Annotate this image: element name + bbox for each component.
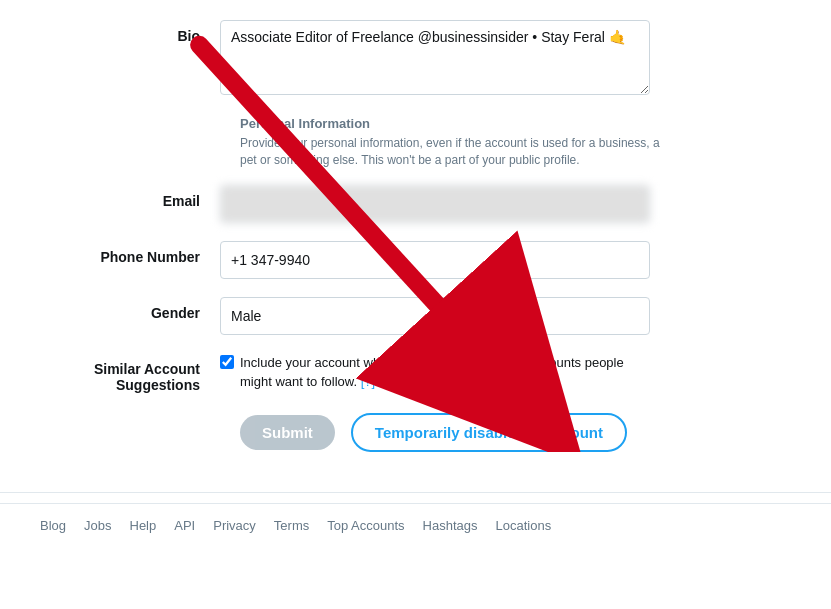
bio-label: Bio	[60, 20, 220, 44]
buttons-row: Submit Temporarily disable my account	[60, 413, 771, 452]
footer-divider	[0, 492, 831, 493]
gender-row: Gender Male	[60, 297, 771, 335]
suggestions-text: Include your account when recommending s…	[240, 353, 650, 392]
footer-link-hashtags[interactable]: Hashtags	[423, 518, 478, 533]
footer-link-locations[interactable]: Locations	[495, 518, 551, 533]
suggestions-row: Similar Account Suggestions Include your…	[60, 353, 771, 393]
footer-link-api[interactable]: API	[174, 518, 195, 533]
phone-control-wrap: +1 347-9940	[220, 241, 771, 279]
phone-label: Phone Number	[60, 241, 220, 265]
bio-control-wrap: Associate Editor of Freelance @businessi…	[220, 20, 771, 98]
suggestions-checkbox-area: Include your account when recommending s…	[220, 353, 650, 392]
phone-input[interactable]: +1 347-9940	[220, 241, 650, 279]
email-label: Email	[60, 185, 220, 209]
suggestions-help-link[interactable]: [?]	[361, 374, 375, 389]
footer-link-jobs[interactable]: Jobs	[84, 518, 111, 533]
footer-link-top-accounts[interactable]: Top Accounts	[327, 518, 404, 533]
footer-link-privacy[interactable]: Privacy	[213, 518, 256, 533]
phone-row: Phone Number +1 347-9940	[60, 241, 771, 279]
footer-link-blog[interactable]: Blog	[40, 518, 66, 533]
personal-info-section: Personal Information Provide your person…	[60, 116, 771, 169]
suggestions-control-wrap: Include your account when recommending s…	[220, 353, 771, 392]
email-row: Email	[60, 185, 771, 223]
personal-info-title: Personal Information	[240, 116, 771, 131]
submit-button[interactable]: Submit	[240, 415, 335, 450]
gender-control-wrap: Male	[220, 297, 771, 335]
bio-textarea[interactable]: Associate Editor of Freelance @businessi…	[220, 20, 650, 95]
gender-label: Gender	[60, 297, 220, 321]
bio-row: Bio Associate Editor of Freelance @busin…	[60, 20, 771, 98]
personal-info-desc: Provide your personal information, even …	[240, 135, 670, 169]
email-control-wrap	[220, 185, 771, 223]
gender-input[interactable]: Male	[220, 297, 650, 335]
disable-account-button[interactable]: Temporarily disable my account	[351, 413, 627, 452]
suggestions-checkbox[interactable]	[220, 355, 234, 369]
footer-link-help[interactable]: Help	[130, 518, 157, 533]
footer-link-terms[interactable]: Terms	[274, 518, 309, 533]
email-input[interactable]	[220, 185, 650, 223]
suggestions-label: Similar Account Suggestions	[60, 353, 220, 393]
footer: BlogJobsHelpAPIPrivacyTermsTop AccountsH…	[0, 503, 831, 547]
